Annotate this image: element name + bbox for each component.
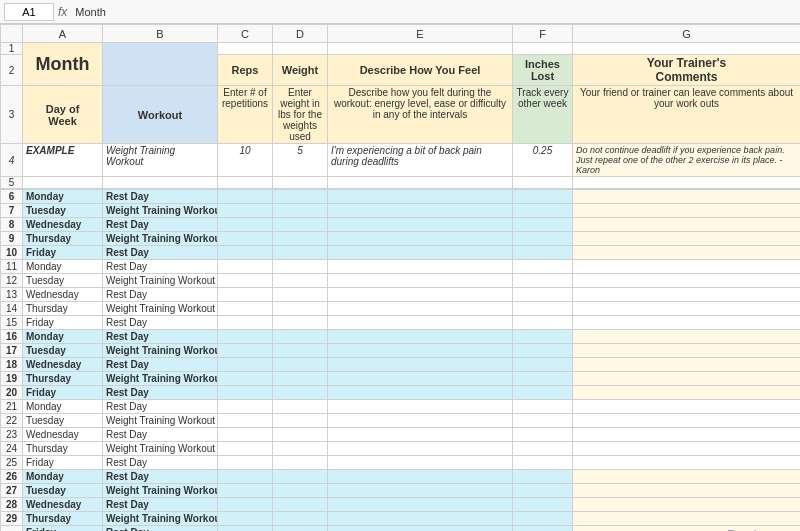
inches-cell (513, 512, 573, 526)
row-num-21: 21 (1, 400, 23, 414)
trainer-cell (573, 372, 801, 386)
list-item: 7 Tuesday Weight Training Workout (1, 204, 801, 218)
describe-cell (328, 316, 513, 330)
list-item: 17 Tuesday Weight Training Workout (1, 344, 801, 358)
reps-cell (218, 442, 273, 456)
col-g: G (573, 25, 801, 43)
trainer-cell (573, 246, 801, 260)
workout-cell: Rest Day (103, 358, 218, 372)
row-num-7: 7 (1, 204, 23, 218)
weight-cell (273, 512, 328, 526)
reps-cell (218, 246, 273, 260)
trainer-cell (573, 470, 801, 484)
reps-cell (218, 260, 273, 274)
reps-cell (218, 302, 273, 316)
trainer-cell (573, 232, 801, 246)
weight-cell (273, 386, 328, 400)
workout-cell: Rest Day (103, 316, 218, 330)
inches-sub: Track every other week (513, 86, 573, 144)
list-item: 15 Friday Rest Day (1, 316, 801, 330)
row-num-16: 16 (1, 330, 23, 344)
describe-cell (328, 456, 513, 470)
r1c3 (218, 43, 273, 55)
trainer-sub: Your friend or trainer can leave comment… (573, 86, 801, 144)
day-cell: Wednesday (23, 358, 103, 372)
weight-cell (273, 484, 328, 498)
corner-cell (1, 25, 23, 43)
trainer-cell (573, 428, 801, 442)
weight-cell (273, 218, 328, 232)
list-item: 27 Tuesday Weight Training Workout (1, 484, 801, 498)
describe-cell (328, 386, 513, 400)
workout-cell: Rest Day (103, 190, 218, 204)
workout-cell: Weight Training Workout (103, 204, 218, 218)
inches-cell (513, 218, 573, 232)
describe-cell (328, 372, 513, 386)
day-cell: Monday (23, 190, 103, 204)
day-cell: Thursday (23, 442, 103, 456)
weight-cell (273, 498, 328, 512)
weight-cell (273, 316, 328, 330)
day-cell: Tuesday (23, 414, 103, 428)
weight-cell (273, 246, 328, 260)
reps-cell (218, 288, 273, 302)
trainer-cell (573, 190, 801, 204)
describe-cell (328, 400, 513, 414)
inches-cell (513, 246, 573, 260)
describe-cell (328, 358, 513, 372)
trainer-cell (573, 498, 801, 512)
describe-cell (328, 414, 513, 428)
day-cell: Tuesday (23, 274, 103, 288)
month-cell[interactable]: Month (23, 43, 103, 86)
inches-cell (513, 372, 573, 386)
col-c: C (218, 25, 273, 43)
trainer-cell (573, 330, 801, 344)
inches-cell (513, 358, 573, 372)
trainer-cell (573, 260, 801, 274)
reps-cell (218, 470, 273, 484)
row-num-20: 20 (1, 386, 23, 400)
inches-cell (513, 386, 573, 400)
inches-cell (513, 484, 573, 498)
reps-cell (218, 232, 273, 246)
inches-cell (513, 274, 573, 288)
reps-cell (218, 316, 273, 330)
row-num-11: 11 (1, 260, 23, 274)
row-num-28: 28 (1, 498, 23, 512)
workout-cell: Rest Day (103, 218, 218, 232)
list-item: 9 Thursday Weight Training Workout (1, 232, 801, 246)
describe-cell (328, 330, 513, 344)
fx-icon: fx (58, 5, 67, 19)
workout-cell: Rest Day (103, 386, 218, 400)
weight-cell (273, 470, 328, 484)
weight-cell (273, 400, 328, 414)
reps-cell (218, 274, 273, 288)
inches-cell (513, 428, 573, 442)
weight-cell (273, 526, 328, 532)
day-cell: Tuesday (23, 204, 103, 218)
trainer-header: Your Trainer'sComments (573, 55, 801, 86)
trainer-cell (573, 316, 801, 330)
weight-cell (273, 232, 328, 246)
reps-cell (218, 456, 273, 470)
cell-reference[interactable] (4, 3, 54, 21)
day-cell: Friday (23, 246, 103, 260)
reps-cell (218, 204, 273, 218)
list-item: 24 Thursday Weight Training Workout (1, 442, 801, 456)
list-item: 12 Tuesday Weight Training Workout (1, 274, 801, 288)
reps-cell (218, 218, 273, 232)
describe-cell (328, 232, 513, 246)
describe-cell (328, 302, 513, 316)
describe-cell (328, 484, 513, 498)
inches-cell (513, 302, 573, 316)
day-cell: Wednesday (23, 218, 103, 232)
row-num-22: 22 (1, 414, 23, 428)
describe-cell (328, 498, 513, 512)
trainer-cell (573, 442, 801, 456)
reps-cell (218, 358, 273, 372)
example-label: EXAMPLE (23, 144, 103, 177)
trainer-cell (573, 358, 801, 372)
workout-cell: Rest Day (103, 260, 218, 274)
weight-cell (273, 274, 328, 288)
list-item: 22 Tuesday Weight Training Workout (1, 414, 801, 428)
